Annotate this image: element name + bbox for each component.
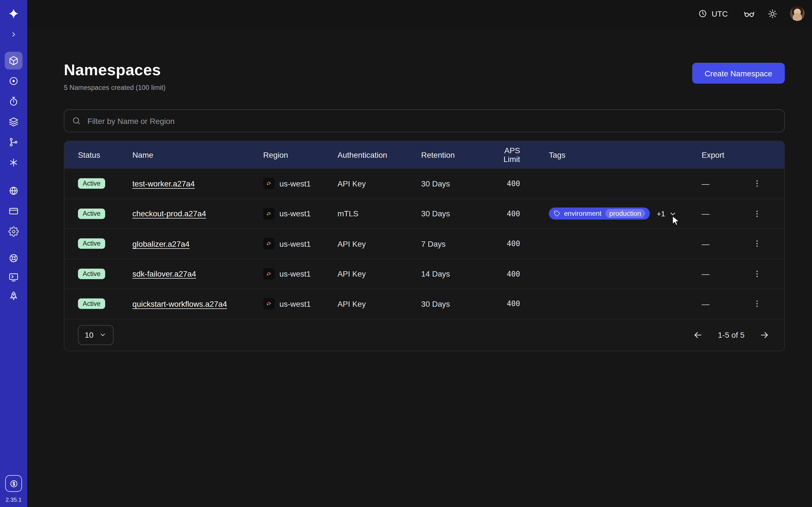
kebab-menu-icon: [752, 239, 762, 248]
auth-label: mTLS: [338, 209, 421, 218]
auth-label: API Key: [338, 179, 421, 188]
aps-limit-value: 400: [487, 270, 549, 278]
prev-page-button[interactable]: [692, 328, 704, 341]
filter-input[interactable]: [86, 116, 777, 126]
pagination: 1-5 of 5: [692, 328, 770, 341]
tags-expand-button[interactable]: [668, 209, 678, 219]
chevron-right-icon: [9, 31, 18, 39]
user-avatar[interactable]: [790, 6, 805, 21]
page-title-block: Namespaces 5 Namespaces created (100 lim…: [64, 61, 165, 91]
sidebar-item-support[interactable]: [5, 250, 22, 267]
sidebar-nav-group-3: [5, 249, 22, 305]
sidebar-nav-group-2: [5, 180, 22, 241]
row-menu-button[interactable]: [750, 176, 764, 191]
tag-value: production: [605, 209, 645, 218]
region-label: us-west1: [280, 239, 311, 248]
col-name: Name: [132, 151, 263, 159]
namespace-link[interactable]: sdk-failover.a27a4: [132, 269, 196, 278]
glasses-icon: [744, 8, 755, 19]
timer-icon: [8, 96, 19, 107]
page-header: Namespaces 5 Namespaces created (100 lim…: [64, 61, 784, 91]
status-badge: Active: [78, 269, 105, 279]
sidebar-item-billing[interactable]: [5, 202, 22, 220]
page-size-select[interactable]: 10: [78, 325, 113, 345]
gcp-cloud-icon: [263, 238, 274, 249]
sidebar-item-schedules[interactable]: [5, 93, 22, 110]
usage-dollar-icon: [9, 478, 18, 489]
create-namespace-button[interactable]: Create Namespace: [692, 63, 785, 83]
kebab-menu-icon: [752, 299, 762, 308]
billing-card-icon: [8, 206, 19, 216]
sidebar-item-nexus[interactable]: [5, 154, 22, 171]
sidebar-item-globe[interactable]: [5, 182, 22, 200]
namespace-link[interactable]: globalizer.a27a4: [132, 239, 190, 248]
aps-limit-value: 400: [487, 300, 549, 308]
table-row: Active test-worker.a27a4 us-west1 API Ke…: [64, 168, 784, 199]
namespace-link[interactable]: test-worker.a27a4: [132, 179, 195, 188]
export-value: —: [702, 179, 743, 188]
table-row: Active quickstart-workflows.a27a4 us-wes…: [64, 288, 784, 319]
status-badge: Active: [78, 298, 105, 309]
table-row: Active sdk-failover.a27a4 us-west1 API K…: [64, 259, 784, 289]
page-title: Namespaces: [64, 61, 165, 79]
region-label: us-west1: [280, 179, 311, 188]
app-root: 2.35.1 UTC Namespaces 5 Namespaces creat…: [0, 0, 812, 507]
sidebar-item-namespaces[interactable]: [5, 52, 22, 69]
aps-limit-value: 400: [487, 179, 549, 188]
sidebar-item-layers[interactable]: [5, 113, 22, 130]
row-menu-button[interactable]: [750, 207, 764, 221]
table-row: Active checkout-prod.a27a4 us-west1 mTLS…: [64, 198, 784, 228]
auth-label: API Key: [338, 269, 421, 278]
kebab-menu-icon: [752, 209, 762, 218]
col-aps-limit: APS Limit: [487, 146, 549, 164]
asterisk-icon: [8, 157, 19, 168]
tag-more-label: +1: [657, 210, 665, 218]
region-label: us-west1: [280, 299, 311, 308]
app-version: 2.35.1: [6, 497, 22, 503]
row-menu-button[interactable]: [750, 267, 764, 281]
usage-button[interactable]: [5, 475, 22, 492]
main-content: Namespaces 5 Namespaces created (100 lim…: [27, 27, 812, 507]
row-menu-button[interactable]: [750, 297, 764, 311]
retention-label: 30 Days: [421, 299, 487, 308]
auth-label: API Key: [338, 299, 421, 308]
timezone-label: UTC: [712, 9, 728, 18]
col-region: Region: [263, 151, 338, 159]
topbar: UTC: [27, 0, 812, 27]
sidebar-nav-group-1: [5, 50, 22, 172]
arrow-left-icon: [693, 330, 703, 340]
tag-icon: [553, 210, 560, 217]
next-page-button[interactable]: [758, 328, 771, 341]
theme-toggle-button[interactable]: [767, 9, 777, 18]
sidebar-item-target[interactable]: [5, 72, 22, 90]
sidebar-item-console[interactable]: [5, 269, 22, 285]
target-icon: [8, 75, 19, 86]
col-export: Export: [702, 151, 743, 159]
layers-icon: [8, 116, 19, 127]
retention-label: 30 Days: [421, 179, 487, 188]
namespace-link[interactable]: quickstart-workflows.a27a4: [132, 299, 227, 308]
timezone-selector[interactable]: UTC: [695, 8, 731, 19]
status-badge: Active: [78, 178, 105, 189]
sidebar-expand-button[interactable]: [9, 27, 18, 42]
page-subtitle: 5 Namespaces created (100 limit): [64, 83, 165, 92]
sidebar-item-workflows[interactable]: [5, 133, 22, 151]
glasses-button[interactable]: [744, 8, 755, 19]
chevron-down-icon: [99, 331, 107, 339]
sidebar-item-settings[interactable]: [5, 223, 22, 240]
sun-icon: [767, 9, 777, 18]
export-value: —: [702, 209, 743, 218]
kebab-menu-icon: [752, 269, 762, 278]
namespace-link[interactable]: checkout-prod.a27a4: [132, 209, 206, 218]
chevron-down-icon: [669, 210, 677, 218]
table-header-row: Status Name Region Authentication Retent…: [64, 141, 784, 168]
col-status: Status: [78, 151, 132, 159]
retention-label: 7 Days: [421, 239, 487, 248]
gear-icon: [8, 226, 19, 237]
tag-pill[interactable]: environment production: [549, 208, 650, 220]
sidebar-item-getting-started[interactable]: [5, 288, 22, 304]
clock-icon: [698, 9, 707, 18]
row-menu-button[interactable]: [750, 236, 764, 251]
globe-icon: [8, 185, 19, 196]
cube-icon: [8, 55, 19, 66]
